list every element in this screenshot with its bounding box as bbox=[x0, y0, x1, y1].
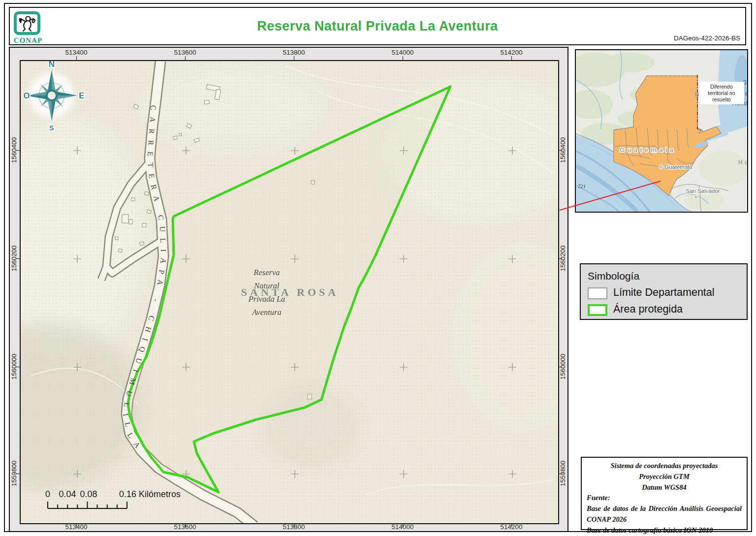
axis-tick bbox=[558, 473, 562, 474]
main-map-canvas: SANTA ROSA Reserva Natural Privada La Av… bbox=[20, 60, 559, 524]
svg-text:Privada La: Privada La bbox=[248, 294, 285, 304]
territorial-note: Diferendo territorial no resuelto bbox=[699, 82, 744, 104]
depth-contour-label: 721 bbox=[578, 183, 586, 189]
san-salvador-dot bbox=[694, 195, 698, 199]
country-name-label: Guatemala bbox=[620, 146, 676, 154]
svg-text:Reserva: Reserva bbox=[253, 268, 280, 277]
scale-label-016: 0.16 Kilómetros bbox=[119, 489, 181, 499]
source-line-2: Base de datos cartografía básica IGN 201… bbox=[587, 525, 742, 536]
protected-area-swatch bbox=[588, 304, 607, 316]
legend-item-label: Límite Departamental bbox=[613, 286, 715, 299]
axis-tick bbox=[511, 56, 512, 60]
axis-tick bbox=[16, 473, 20, 474]
compass-s-label: S bbox=[49, 124, 54, 132]
datum-line: Datum WGS84 bbox=[587, 482, 742, 493]
x-axis-label: 513600 bbox=[165, 49, 205, 57]
territorial-note-line: resuelto bbox=[712, 96, 731, 102]
source-line-1: Base de datos de la Dirección Análisis G… bbox=[587, 504, 742, 525]
document-code: DAGeos-422-2026-BS bbox=[674, 34, 740, 42]
axis-tick bbox=[76, 523, 77, 527]
axis-tick bbox=[558, 258, 562, 259]
axis-tick bbox=[403, 523, 403, 527]
svg-text:Natural: Natural bbox=[253, 281, 280, 290]
scale-label-008: 0.08 bbox=[80, 489, 97, 499]
header-bar: CONAP Reserva Natural Privada La Aventur… bbox=[9, 7, 746, 45]
projection-line: Proyección GTM bbox=[587, 472, 742, 482]
axis-tick bbox=[16, 367, 20, 367]
compass-n-label: N bbox=[49, 61, 55, 69]
source-info-box: Sistema de coordenadas proyectadas Proye… bbox=[581, 457, 748, 530]
x-axis-label: 513800 bbox=[274, 49, 314, 57]
page-title: Reserva Natural Privada La Aventura bbox=[10, 19, 745, 34]
main-map-svg: SANTA ROSA Reserva Natural Privada La Av… bbox=[21, 61, 558, 523]
axis-tick bbox=[185, 523, 186, 527]
x-axis-label: 514200 bbox=[492, 49, 531, 57]
axis-tick bbox=[76, 56, 77, 60]
map-document-page: CONAP Reserva Natural Privada La Aventur… bbox=[0, 0, 756, 536]
scale-label-0: 0 bbox=[45, 489, 50, 499]
inset-map-svg: 721 B Guatemala Guatemala San Salvador H… bbox=[576, 50, 747, 212]
belize-partial-label: B bbox=[694, 91, 699, 98]
inset-locator-map: 721 B Guatemala Guatemala San Salvador H… bbox=[575, 49, 748, 213]
axis-tick bbox=[558, 367, 562, 367]
honduras-partial-label: Ho bbox=[738, 159, 747, 166]
axis-tick bbox=[16, 258, 20, 259]
axis-tick bbox=[294, 523, 294, 527]
sea-partial-d: d bbox=[745, 90, 747, 97]
legend-item-label: Área protegida bbox=[613, 303, 683, 315]
axis-tick bbox=[294, 56, 294, 60]
x-axis-label: 514000 bbox=[383, 49, 422, 57]
crs-line: Sistema de coordenadas proyectadas bbox=[587, 461, 742, 472]
legend-title: Simbología bbox=[588, 270, 639, 282]
scale-label-004: 0.04 bbox=[59, 489, 76, 499]
fuente-label: Fuente: bbox=[587, 493, 742, 504]
territorial-note-line: Diferendo bbox=[710, 84, 733, 90]
svg-text:Aventura: Aventura bbox=[252, 308, 282, 317]
capital-city-dot bbox=[659, 165, 663, 169]
territorial-note-line: territorial no bbox=[708, 90, 735, 96]
axis-tick bbox=[403, 56, 403, 60]
conap-logo-text: CONAP bbox=[12, 36, 44, 45]
x-axis-label: 513400 bbox=[57, 49, 96, 57]
legend-box: Simbología Límite Departamental Área pro… bbox=[580, 263, 748, 320]
axis-tick bbox=[511, 523, 512, 527]
capital-city-label: Guatemala bbox=[664, 164, 693, 170]
department-limit-swatch bbox=[588, 287, 607, 299]
compass-w-label: O bbox=[23, 91, 30, 100]
axis-tick bbox=[558, 150, 562, 151]
axis-tick bbox=[185, 56, 186, 60]
san-salvador-label: San Salvador bbox=[686, 188, 720, 194]
axis-tick bbox=[16, 150, 20, 151]
compass-e-label: E bbox=[79, 91, 84, 100]
